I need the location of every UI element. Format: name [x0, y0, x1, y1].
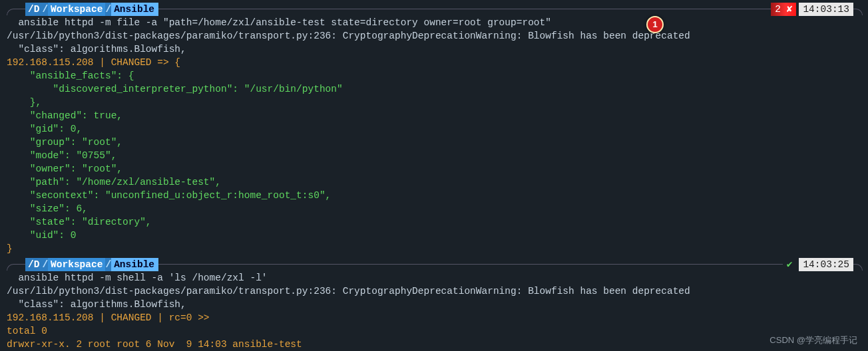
status-error-badge: 2 ✘ — [771, 3, 796, 16]
warning-line-1: /usr/lib/python3/dist-packages/paramiko/… — [0, 29, 868, 43]
watermark: CSDN @学亮编程手记 — [769, 334, 857, 347]
path-seg-d: /D — [25, 3, 42, 16]
json-line: "ansible_facts": { — [0, 69, 868, 82]
command-2[interactable]: ansible httpd -m shell -a 'ls /home/zxl … — [0, 271, 868, 285]
command-1[interactable]: ansible httpd -m file -a "path=/home/zxl… — [0, 16, 868, 29]
json-line: "gid": 0, — [0, 122, 868, 136]
ls-output-2: drwxr-xr-x. 2 root root 6 Nov 9 14:03 an… — [0, 338, 868, 351]
json-line: "changed": true, — [0, 109, 868, 122]
host-result-1: 192.168.115.208 | CHANGED => { — [0, 56, 868, 69]
ls-output-1: total 0 — [0, 324, 868, 338]
json-line: "secontext": "unconfined_u:object_r:home… — [0, 189, 868, 202]
status-success-icon: ✔ — [783, 258, 797, 271]
prompt-corner — [7, 264, 25, 271]
annotation-callout-1: 1 — [646, 16, 664, 33]
prompt-1-bar: /D/Workspace/Ansible 2 ✘ 14:03:13 — [0, 3, 868, 16]
json-line: "discovered_interpreter_python": "/usr/b… — [0, 82, 868, 96]
path-seg-workspace: Workspace — [48, 258, 105, 271]
path-seg-ansible: Ansible — [111, 258, 158, 271]
path-seg-d: /D — [25, 258, 42, 271]
path-seg-workspace: Workspace — [48, 3, 105, 16]
time-badge-1: 14:03:13 — [799, 3, 853, 16]
json-line: "owner": "root", — [0, 162, 868, 176]
host-result-2: 192.168.115.208 | CHANGED | rc=0 >> — [0, 311, 868, 324]
warning-line-2: "class": algorithms.Blowfish, — [0, 43, 868, 56]
json-line: "mode": "0755", — [0, 149, 868, 162]
json-line: "size": 6, — [0, 202, 868, 215]
json-line: "uid": 0 — [0, 229, 868, 242]
prompt-2-bar: /D/Workspace/Ansible ✔ 14:03:25 — [0, 258, 868, 271]
path-seg-ansible: Ansible — [111, 3, 158, 16]
json-line: }, — [0, 96, 868, 109]
warning-line-3: /usr/lib/python3/dist-packages/paramiko/… — [0, 285, 868, 298]
time-badge-2: 14:03:25 — [799, 258, 853, 271]
prompt-corner — [7, 9, 25, 15]
json-line: "group": "root", — [0, 136, 868, 149]
json-close: } — [0, 242, 868, 255]
json-line: "state": "directory", — [0, 215, 868, 229]
warning-line-4: "class": algorithms.Blowfish, — [0, 298, 868, 311]
json-line: "path": "/home/zxl/ansible-test", — [0, 176, 868, 189]
